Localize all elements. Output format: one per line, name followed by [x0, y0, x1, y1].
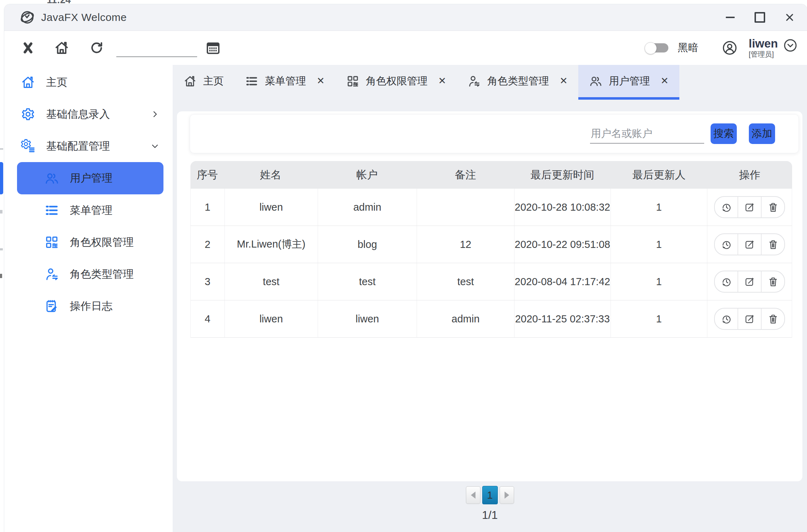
current-page-button[interactable]: 1: [482, 486, 498, 504]
toolbar-refresh-button[interactable]: [89, 40, 104, 55]
sidebar-item-label: 角色类型管理: [70, 267, 134, 282]
cell-name: test: [224, 263, 318, 300]
window-controls: [724, 11, 807, 23]
close-window-button[interactable]: [784, 11, 796, 23]
dark-mode-toggle[interactable]: [646, 43, 668, 52]
col-header: 备注: [417, 168, 514, 182]
cell-actions: [707, 263, 792, 300]
sidebar-item-role-permission[interactable]: 角色权限管理: [4, 226, 173, 258]
gear-icon: [21, 107, 35, 122]
main-area: 主页 基础信息录入 基础配置管理 用户管理: [4, 65, 807, 532]
history-button[interactable]: [715, 309, 738, 329]
sidebar-item-operation-log[interactable]: 操作日志: [4, 290, 173, 322]
maximize-icon: [755, 12, 765, 23]
cell-note: test: [417, 263, 514, 300]
chevron-right-icon: [151, 110, 159, 118]
users-icon: [44, 171, 59, 186]
person-swap-icon: [44, 267, 59, 282]
cell-no: 2: [191, 226, 224, 263]
tab-close-button[interactable]: ✕: [438, 76, 446, 86]
history-button[interactable]: [715, 234, 738, 255]
home-icon: [183, 74, 197, 88]
active-indicator: [0, 162, 3, 194]
tab-user-management[interactable]: 用户管理 ✕: [578, 65, 679, 100]
user-menu-button[interactable]: [783, 38, 798, 53]
dark-mode-label: 黑暗: [678, 41, 698, 55]
minimize-button[interactable]: [724, 11, 736, 23]
minimize-icon: [726, 17, 735, 18]
tab-label: 用户管理: [609, 74, 650, 88]
tab-close-button[interactable]: ✕: [317, 76, 325, 86]
delete-button[interactable]: [761, 234, 784, 255]
table-row[interactable]: 1 liwen admin 2020-10-28 10:08:32 1: [190, 189, 792, 226]
sidebar-item-label: 菜单管理: [70, 203, 112, 218]
row-actions: [714, 308, 785, 330]
cell-account: admin: [318, 189, 417, 226]
delete-button[interactable]: [761, 271, 784, 292]
edit-button[interactable]: [738, 197, 761, 217]
home-icon: [21, 75, 35, 90]
row-actions: [714, 233, 785, 255]
toolbar: 黑暗 liwen [管理员]: [4, 31, 807, 65]
cell-updated: 2020-08-04 17:17:42: [514, 263, 611, 300]
edit-button[interactable]: [738, 234, 761, 255]
edit-icon: [744, 239, 756, 250]
search-button[interactable]: 搜索: [711, 123, 737, 144]
next-page-button[interactable]: [500, 486, 514, 504]
cell-actions: [707, 300, 792, 337]
history-button[interactable]: [715, 197, 738, 217]
toolbar-home-button[interactable]: [54, 40, 69, 56]
tab-close-button[interactable]: ✕: [560, 76, 568, 86]
history-button[interactable]: [715, 271, 738, 292]
sidebar-item-role-type[interactable]: 角色类型管理: [4, 258, 173, 290]
edit-button[interactable]: [738, 309, 761, 329]
delete-button[interactable]: [761, 309, 784, 329]
tab-menu-management[interactable]: 菜单管理 ✕: [234, 65, 335, 100]
cell-note: [417, 189, 514, 226]
row-actions: [714, 271, 785, 293]
close-all-tabs-button[interactable]: [21, 41, 35, 55]
tab-close-button[interactable]: ✕: [661, 76, 669, 86]
trash-icon: [767, 239, 779, 250]
history-icon: [720, 239, 732, 250]
cell-name: liwen: [224, 189, 318, 226]
sidebar-item-basic-config[interactable]: 基础配置管理: [4, 130, 173, 162]
app-logo-icon: [19, 9, 35, 26]
toolbar-date-input[interactable]: [116, 40, 197, 57]
cell-updated: 2020-10-22 09:51:08: [514, 226, 611, 263]
content-area: 主页 菜单管理 ✕ 角色权限管理 ✕ 角色类型管理 ✕: [173, 65, 807, 532]
prev-page-button[interactable]: [466, 486, 480, 504]
tab-home[interactable]: 主页: [173, 65, 234, 100]
notepad-pencil-icon: [44, 299, 59, 314]
table-row[interactable]: 3 test test test 2020-08-04 17:17:42 1: [190, 263, 792, 300]
user-block: liwen [管理员]: [748, 38, 778, 58]
gear-config-icon: [21, 139, 35, 154]
tab-role-type[interactable]: 角色类型管理 ✕: [457, 65, 578, 100]
window-title: JavaFX Welcome: [41, 11, 127, 23]
add-button[interactable]: 添加: [749, 123, 775, 144]
table-row[interactable]: 2 Mr.Liwen(博主) blog 12 2020-10-22 09:51:…: [190, 226, 792, 263]
list-icon: [245, 74, 258, 88]
edit-icon: [744, 276, 756, 288]
cell-updated: 2020-10-28 10:08:32: [514, 189, 611, 226]
cell-actions: [707, 226, 792, 263]
sidebar-item-basic-info-entry[interactable]: 基础信息录入: [4, 98, 173, 130]
edit-button[interactable]: [738, 271, 761, 292]
grid-icon: [44, 235, 59, 250]
search-bar: 搜索 添加: [190, 114, 799, 153]
toolbar-calendar-button[interactable]: [205, 40, 221, 56]
toolbar-right-cluster: 黑暗 liwen [管理员]: [646, 38, 798, 58]
cell-no: 4: [191, 300, 224, 337]
chevron-down-circle-icon: [783, 38, 798, 53]
sidebar-item-home[interactable]: 主页: [4, 66, 173, 98]
sidebar-item-menu-management[interactable]: 菜单管理: [4, 194, 173, 226]
tab-role-permission[interactable]: 角色权限管理 ✕: [335, 65, 457, 100]
col-header: 姓名: [224, 168, 317, 182]
sidebar-item-user-management[interactable]: 用户管理: [4, 162, 173, 194]
maximize-button[interactable]: [754, 11, 766, 23]
search-input[interactable]: [590, 124, 704, 144]
trash-icon: [767, 201, 779, 213]
table-row[interactable]: 4 liwen liwen admin 2020-11-25 02:37:33 …: [190, 300, 792, 338]
delete-button[interactable]: [761, 197, 784, 217]
col-header: 最后更新人: [611, 168, 707, 182]
